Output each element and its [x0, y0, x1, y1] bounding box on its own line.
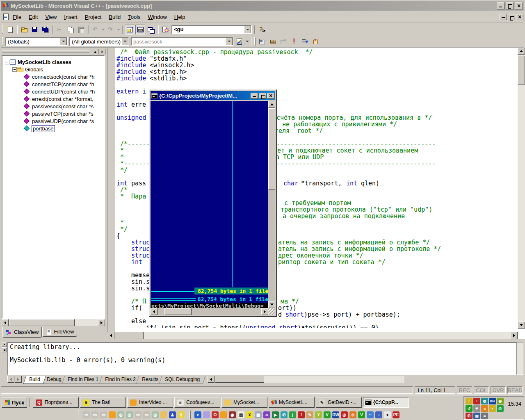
console-body[interactable]: 82,754 bytes in 1 file 82,754 bytes in 1… [151, 101, 275, 315]
phone-quick-icon[interactable]: ✆ [281, 411, 288, 418]
output-hscrollbar[interactable] [208, 376, 404, 383]
open-button[interactable] [19, 25, 29, 34]
console-titlebar[interactable]: {C:\CppProjects\MyProject\M... [151, 91, 275, 100]
wizardbar-action-button[interactable] [235, 37, 244, 46]
redo-button-dropdown[interactable] [116, 25, 121, 34]
start-button[interactable]: Пуск [2, 397, 27, 408]
tree-root[interactable]: MySocketLib classes [5, 58, 71, 66]
flash-icon[interactable]: f [298, 411, 305, 418]
calculator-icon[interactable]: ▦ [255, 411, 262, 418]
console-resize-grip[interactable] [268, 308, 275, 315]
v-icon[interactable]: V [358, 411, 365, 418]
at-tray-icon[interactable]: @ [497, 405, 504, 412]
player-icon[interactable]: ▶ [272, 411, 279, 418]
copy-button[interactable] [66, 25, 75, 34]
workspace-pane-header[interactable]: ▴ × [2, 48, 106, 55]
pane-gripper[interactable] [2, 50, 89, 52]
balloon-icon[interactable] [203, 411, 210, 418]
menu-window[interactable]: Window [144, 13, 171, 21]
task-button[interactable]: ¥The Bat! [80, 397, 126, 408]
tree-item[interactable]: connectUDP(const char *h [24, 88, 95, 95]
upload-icon[interactable]: ⇧ [178, 411, 185, 418]
menu-edit[interactable]: Edit [25, 13, 41, 21]
v-icon[interactable]: V [324, 411, 331, 418]
new-file-button[interactable] [5, 25, 15, 34]
scroll-up-button[interactable] [268, 101, 275, 108]
window-button-icon[interactable]: ▭ [100, 411, 107, 418]
scroll-thumb[interactable] [164, 308, 192, 315]
combo-dropdown-button[interactable] [121, 38, 128, 45]
cut-button[interactable] [55, 25, 65, 34]
tree-item[interactable]: connectsock(const char *h [24, 73, 94, 80]
mdi-restore-button[interactable] [508, 14, 515, 20]
menu-tools[interactable]: Tools [124, 13, 144, 21]
toolbar-grip[interactable] [2, 25, 3, 34]
funnel-icon[interactable]: Y [315, 411, 322, 418]
task-button[interactable]: InterVideo ... [127, 397, 173, 408]
function-combo[interactable]: passivesock [131, 37, 233, 46]
mdi-close-button[interactable] [516, 14, 523, 20]
scroll-right-button[interactable] [98, 319, 105, 326]
volume-tray-icon[interactable]: ◖ [489, 405, 496, 412]
sphere-icon[interactable] [220, 411, 227, 418]
paint-icon[interactable]: ✎ [306, 411, 313, 418]
menu-view[interactable]: View [41, 13, 60, 21]
combo-dropdown-button[interactable] [244, 26, 251, 33]
tree-folder-globals[interactable]: Globals [12, 66, 43, 73]
pe-icon[interactable]: PE [393, 411, 399, 418]
output-vscrollbar[interactable] [516, 342, 523, 375]
ie-icon[interactable]: e [194, 411, 201, 418]
menu-file[interactable]: File [9, 13, 25, 21]
taskbar-grip[interactable] [29, 397, 30, 407]
nvidia-tray-icon[interactable]: ◉ [497, 398, 504, 404]
scroll-right-button[interactable] [261, 308, 268, 315]
console-minimize-button[interactable] [251, 93, 258, 99]
tree-item[interactable]: passiveTCP(const char *s [24, 110, 94, 117]
menu-project[interactable]: Project [81, 13, 105, 21]
window-titlebar[interactable]: MySocketLib - Microsoft Visual C++ - [pa… [1, 1, 524, 11]
scroll-left-button[interactable] [107, 332, 114, 339]
find-in-files-button[interactable] [160, 25, 170, 34]
output-tab-sql-debugging[interactable]: SQL Debugging [159, 376, 205, 384]
class-combo[interactable]: (Globals) [5, 37, 68, 46]
restore-button[interactable] [506, 2, 514, 9]
save-button[interactable] [30, 25, 40, 34]
task-button[interactable]: QПортфоли... [33, 397, 79, 408]
pane-close-button[interactable]: × [99, 49, 105, 54]
output-toggle-button[interactable] [135, 25, 145, 34]
compile-button[interactable] [257, 37, 267, 46]
tree-item[interactable]: passiveUDP(const char *s [24, 117, 94, 125]
pane-pin-button[interactable]: ▴ [92, 49, 98, 54]
save-all-button[interactable] [41, 25, 50, 34]
scroll-left-button[interactable] [2, 319, 9, 326]
output-close-button[interactable]: × [2, 342, 7, 347]
cat-icon[interactable]: ᴥ [384, 411, 391, 418]
red-app-icon[interactable]: ◎ [341, 411, 348, 418]
cd-icon[interactable]: ◎ [152, 411, 159, 418]
menu-help[interactable]: Help [171, 13, 189, 21]
scroll-right-button[interactable] [511, 332, 518, 339]
minimize-button[interactable] [497, 2, 505, 9]
window-button-icon[interactable]: ▭ [143, 411, 150, 418]
workspace-hscrollbar[interactable] [2, 319, 105, 326]
scroll-down-button[interactable] [268, 301, 275, 308]
output-tab-find-in-files-1[interactable]: Find in Files 1 [62, 376, 104, 384]
output-tab-build[interactable]: Build [23, 376, 46, 384]
bird-icon[interactable]: ♪ [375, 411, 382, 418]
find-combo[interactable]: <gu [171, 25, 252, 34]
window-button-icon[interactable]: ▭ [135, 411, 142, 418]
opera-icon[interactable]: O [212, 411, 219, 418]
taskbar-grip[interactable] [189, 410, 191, 419]
tabs-scroll-right-button[interactable] [15, 376, 22, 383]
members-combo[interactable]: (All global members) [69, 37, 129, 46]
tree-item[interactable]: portbase [24, 125, 55, 132]
combo-dropdown-button[interactable] [226, 38, 233, 45]
scroll-thumb[interactable] [115, 332, 144, 339]
scroll-left-button[interactable] [151, 308, 158, 315]
toolbar-grip[interactable] [2, 37, 3, 46]
paste-button[interactable] [76, 25, 86, 34]
window-button-icon[interactable]: ▭ [83, 411, 90, 418]
phone-tray-icon[interactable]: ✆ [466, 413, 472, 419]
collapse-expander[interactable] [12, 67, 17, 72]
undo-button[interactable] [91, 25, 100, 34]
